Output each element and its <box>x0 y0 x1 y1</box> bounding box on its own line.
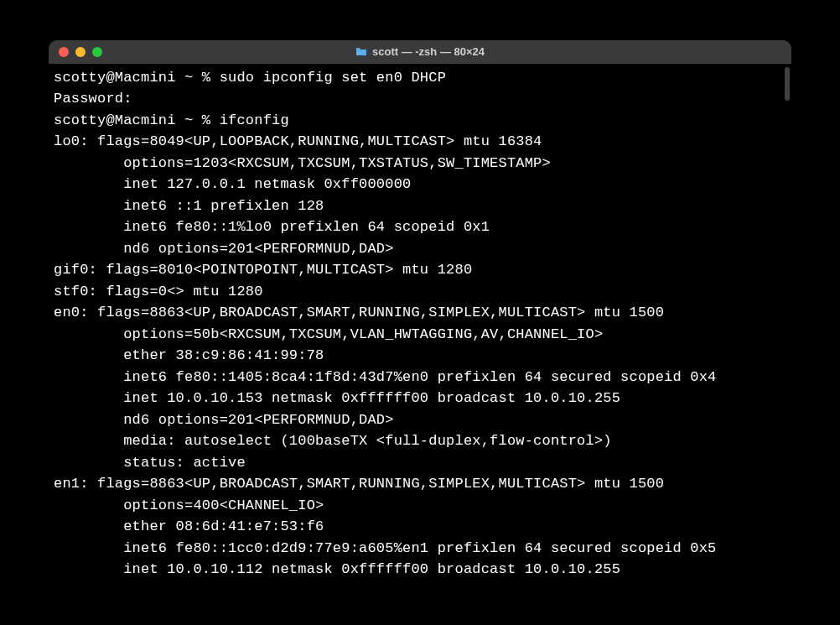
window-title-container: scott — -zsh — 80×24 <box>49 45 791 58</box>
maximize-button[interactable] <box>92 47 102 57</box>
scrollbar-thumb[interactable] <box>785 67 790 101</box>
scrollbar-track[interactable] <box>785 67 790 582</box>
terminal-output: scotty@Macmini ~ % sudo ipconfig set en0… <box>54 67 786 581</box>
terminal-window: scott — -zsh — 80×24 scotty@Macmini ~ % … <box>49 40 791 586</box>
folder-icon <box>355 47 367 56</box>
titlebar[interactable]: scott — -zsh — 80×24 <box>49 40 791 64</box>
minimize-button[interactable] <box>75 47 86 57</box>
traffic-lights <box>59 47 102 57</box>
terminal-body[interactable]: scotty@Macmini ~ % sudo ipconfig set en0… <box>49 64 791 586</box>
close-button[interactable] <box>59 47 69 57</box>
window-title: scott — -zsh — 80×24 <box>372 45 485 58</box>
